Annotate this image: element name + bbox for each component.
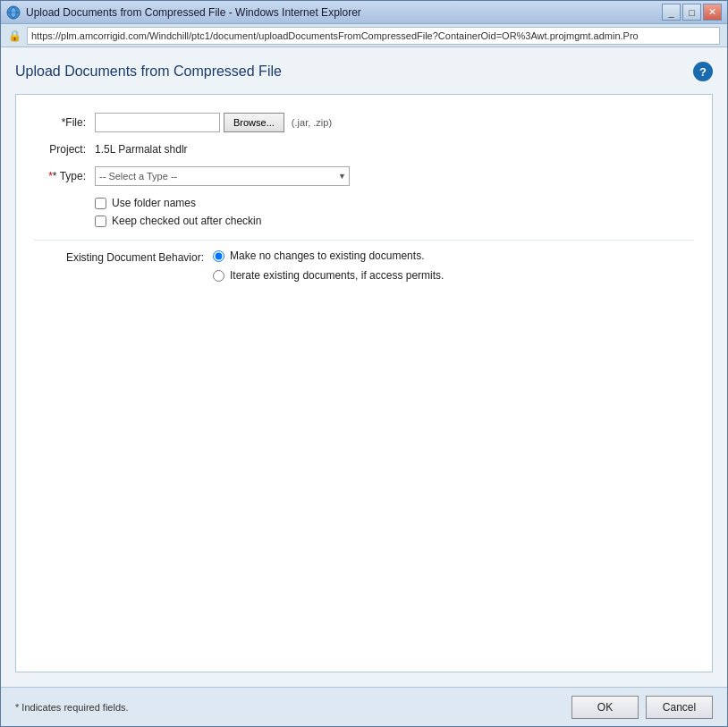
address-bar: 🔒 [1, 24, 727, 47]
iterate-row: Iterate existing documents, if access pe… [213, 269, 444, 282]
minimize-button[interactable]: _ [662, 4, 681, 21]
iterate-label[interactable]: Iterate existing documents, if access pe… [230, 269, 444, 282]
behavior-section: Existing Document Behavior: Make no chan… [34, 249, 694, 282]
ok-button[interactable]: OK [571, 696, 639, 719]
use-folder-label[interactable]: Use folder names [112, 197, 196, 209]
no-changes-radio[interactable] [213, 250, 224, 262]
title-bar: Upload Documents from Compressed File - … [1, 1, 727, 24]
use-folder-row: Use folder names [95, 197, 694, 209]
type-label: * Type: [34, 170, 86, 182]
keep-checked-row: Keep checked out after checkin [95, 215, 694, 227]
footer-buttons: OK Cancel [571, 696, 713, 719]
address-input[interactable] [27, 27, 720, 45]
project-value: 1.5L Parmalat shdlr [95, 143, 188, 156]
required-note: * Indicates required fields. [15, 702, 571, 713]
main-content: Upload Documents from Compressed File ? … [1, 47, 727, 687]
type-select-wrapper: -- Select a Type -- [95, 166, 350, 186]
no-changes-label[interactable]: Make no changes to existing documents. [230, 249, 424, 262]
browser-window: Upload Documents from Compressed File - … [0, 0, 728, 727]
form-panel: *File: Browse... (.jar, .zip) Project: 1… [15, 94, 713, 672]
dialog-header: Upload Documents from Compressed File ? [15, 62, 713, 81]
cancel-button[interactable]: Cancel [646, 696, 713, 719]
dialog-title: Upload Documents from Compressed File [15, 63, 282, 80]
behavior-label: Existing Document Behavior: [34, 249, 204, 264]
window-controls: _ □ ✕ [662, 4, 722, 21]
use-folder-checkbox[interactable] [95, 198, 106, 209]
radio-group: Make no changes to existing documents. I… [213, 249, 444, 282]
type-row: * Type: -- Select a Type -- [34, 166, 694, 186]
iterate-radio[interactable] [213, 270, 224, 282]
keep-checked-checkbox[interactable] [95, 216, 106, 227]
maximize-button[interactable]: □ [682, 4, 701, 21]
close-button[interactable]: ✕ [703, 4, 722, 21]
help-button[interactable]: ? [693, 62, 713, 81]
checkboxes-section: Use folder names Keep checked out after … [95, 197, 694, 227]
footer: * Indicates required fields. OK Cancel [1, 687, 727, 726]
project-row: Project: 1.5L Parmalat shdlr [34, 143, 694, 156]
browser-icon [6, 5, 21, 20]
separator [34, 240, 694, 241]
project-label: Project: [34, 143, 86, 156]
file-hint: (.jar, .zip) [292, 117, 332, 128]
no-changes-row: Make no changes to existing documents. [213, 249, 444, 262]
window-title: Upload Documents from Compressed File - … [26, 6, 656, 19]
lock-icon: 🔒 [8, 30, 21, 42]
keep-checked-label[interactable]: Keep checked out after checkin [112, 215, 261, 227]
file-row: *File: Browse... (.jar, .zip) [34, 113, 694, 132]
file-input[interactable] [95, 113, 220, 132]
browse-button[interactable]: Browse... [224, 113, 284, 132]
type-select[interactable]: -- Select a Type -- [95, 166, 350, 186]
file-label: *File: [34, 116, 86, 129]
